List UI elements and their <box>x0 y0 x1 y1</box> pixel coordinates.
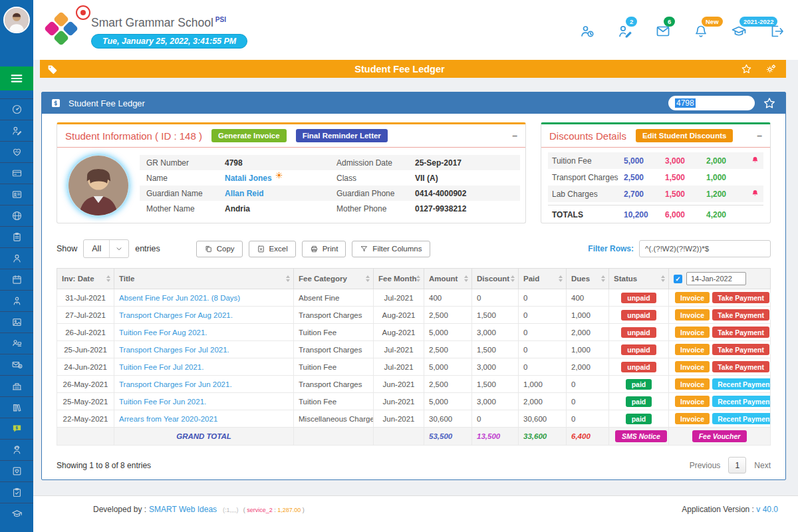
final-reminder-letter-button[interactable]: Final Reminder Letter <box>296 129 388 142</box>
sidebar-item-clipboard[interactable] <box>0 226 33 247</box>
sidebar-item-support[interactable] <box>0 439 33 460</box>
sidebar-item-fee-card[interactable] <box>0 162 33 184</box>
fee-title-link[interactable]: Tuition Fee For Jul 2021. <box>119 363 203 371</box>
date-filter-checkbox[interactable]: ✓ <box>674 275 682 283</box>
sidebar-item-student-edit[interactable] <box>0 120 33 141</box>
academic-year-button[interactable]: 2021-2022 <box>731 23 747 39</box>
sidebar-item-calendar[interactable] <box>0 269 33 290</box>
fee-row: 24-Jun-2021Tuition Fee For Jul 2021.Tuit… <box>57 358 771 376</box>
recent-button[interactable]: Recent Payment <box>712 378 770 390</box>
print-button[interactable]: Print <box>302 241 346 257</box>
sidebar-item-web-portal[interactable] <box>0 205 33 226</box>
filter-rows-input[interactable] <box>639 240 771 257</box>
invoice-button[interactable]: Invoice <box>675 309 710 321</box>
field-value[interactable]: Allan Reid <box>225 189 264 198</box>
excel-icon <box>257 245 265 253</box>
invoice-button[interactable]: Invoice <box>675 413 710 424</box>
sidebar-item-gallery[interactable] <box>0 311 33 332</box>
fee-ledger-panel: Student Fee Ledger 4798 Student Informat… <box>41 92 786 480</box>
page-1-button[interactable]: 1 <box>728 457 746 473</box>
copy-button[interactable]: Copy <box>196 241 243 257</box>
column-header-title[interactable]: Title <box>114 269 294 289</box>
invoice-button[interactable]: Invoice <box>675 396 710 407</box>
edit-student-discounts-button[interactable]: Edit Student Discounts <box>636 129 733 142</box>
sidebar-item-library[interactable] <box>0 396 33 418</box>
student-search-input[interactable]: 4798 <box>668 96 755 110</box>
column-header-status[interactable]: Status <box>609 269 669 289</box>
sidebar-item-dashboard[interactable] <box>0 98 33 120</box>
sidebar-item-health-book[interactable] <box>0 460 33 481</box>
take-button[interactable]: Take Payment <box>712 292 769 303</box>
settings-gears-icon[interactable] <box>765 63 777 74</box>
invoice-button[interactable]: Invoice <box>675 327 710 338</box>
take-button[interactable]: Take Payment <box>712 309 769 321</box>
logout-button[interactable] <box>769 23 785 39</box>
fee-title-link[interactable]: Absent Fine For Jun 2021. (8 Days) <box>119 294 240 302</box>
panel-favorite-icon[interactable] <box>763 96 776 110</box>
sidebar-item-id-card[interactable] <box>0 184 33 205</box>
previous-button[interactable]: Previous <box>690 461 721 470</box>
fee-title-link[interactable]: Transport Charges For Jul 2021. <box>119 346 229 354</box>
fee-title-link[interactable]: Tuition Fee For Jun 2021. <box>119 398 206 406</box>
totals-amount: 10,200 <box>624 210 665 219</box>
sidebar-item-academics[interactable] <box>0 503 33 524</box>
mail-money-icon <box>11 359 23 370</box>
clipboard-icon <box>11 231 23 243</box>
status-badge: paid <box>626 379 652 390</box>
table-buttons: CopyExcelPrintFilter Columns <box>196 241 430 257</box>
invoice-button[interactable]: Invoice <box>675 378 710 390</box>
clipboard-check-icon <box>11 487 23 498</box>
field-value: 0127-9938212 <box>415 204 466 213</box>
next-button[interactable]: Next <box>754 461 771 470</box>
collapse-toggle[interactable]: – <box>757 130 762 141</box>
date-filter-input[interactable] <box>686 272 746 285</box>
sms-notice-button[interactable]: SMS Notice <box>615 430 667 442</box>
invoice-button[interactable]: Invoice <box>675 344 710 355</box>
field-value[interactable]: Natali Jones <box>225 174 272 183</box>
take-button[interactable]: Take Payment <box>712 344 769 355</box>
sort-icon <box>661 275 665 282</box>
sidebar-item-health[interactable] <box>0 141 33 162</box>
column-header-fee-month[interactable]: Fee Month <box>374 269 424 289</box>
column-header-paid[interactable]: Paid <box>519 269 567 289</box>
favorite-icon[interactable] <box>741 63 752 74</box>
sidebar-item-students[interactable] <box>0 247 33 269</box>
fee-title-link[interactable]: Transport Charges For Jun 2021. <box>119 380 232 388</box>
page-size-select[interactable]: All <box>83 239 129 258</box>
filter-columns-button[interactable]: Filter Columns <box>352 241 430 257</box>
menu-toggle-button[interactable] <box>0 66 33 90</box>
recent-button[interactable]: Recent Payment <box>712 413 770 424</box>
fee-title-link[interactable]: Tuition Fee For Aug 2021. <box>119 329 207 336</box>
user-activity-button[interactable] <box>579 23 595 39</box>
take-button[interactable]: Take Payment <box>712 327 769 338</box>
copy-icon <box>204 245 213 253</box>
fee-title-link[interactable]: Transport Charges For Aug 2021. <box>119 311 233 319</box>
column-header-fee-category[interactable]: Fee Category <box>294 269 374 289</box>
sidebar-item-staff[interactable] <box>0 290 33 311</box>
sidebar-item-campus[interactable] <box>0 375 33 396</box>
company-link[interactable]: SMART Web Ideas <box>149 505 217 514</box>
generate-invoice-button[interactable]: Generate Invoice <box>211 129 287 142</box>
take-button[interactable]: Take Payment <box>712 361 769 372</box>
invoice-button[interactable]: Invoice <box>675 292 710 303</box>
messages-button[interactable]: 6 <box>655 23 671 39</box>
user-avatar[interactable] <box>3 7 30 33</box>
column-header-dues[interactable]: Dues <box>567 269 609 289</box>
recent-button[interactable]: Recent Payment <box>712 396 770 407</box>
sidebar-item-tasks[interactable] <box>0 481 33 503</box>
field-label: Admission Date <box>336 158 415 168</box>
invoice-button[interactable]: Invoice <box>675 361 710 372</box>
excel-button[interactable]: Excel <box>249 241 296 257</box>
sidebar-item-fee-ledger[interactable] <box>0 418 33 439</box>
collapse-toggle[interactable]: – <box>512 130 517 141</box>
fee-title-link[interactable]: Arrears from Year 2020-2021 <box>119 415 217 423</box>
column-header-amount[interactable]: Amount <box>424 269 472 289</box>
column-header-discount[interactable]: Discount <box>472 269 519 289</box>
student-approvals-button[interactable]: 2 <box>617 23 633 39</box>
sidebar-item-payroll[interactable] <box>0 354 33 375</box>
field-value: 0414-4000902 <box>415 189 466 198</box>
notifications-button[interactable]: New <box>693 23 709 39</box>
column-header-inv-date[interactable]: Inv: Date <box>57 269 114 289</box>
fee-voucher-button[interactable]: Fee Voucher <box>692 430 747 442</box>
sidebar-item-front-desk[interactable] <box>0 332 33 354</box>
